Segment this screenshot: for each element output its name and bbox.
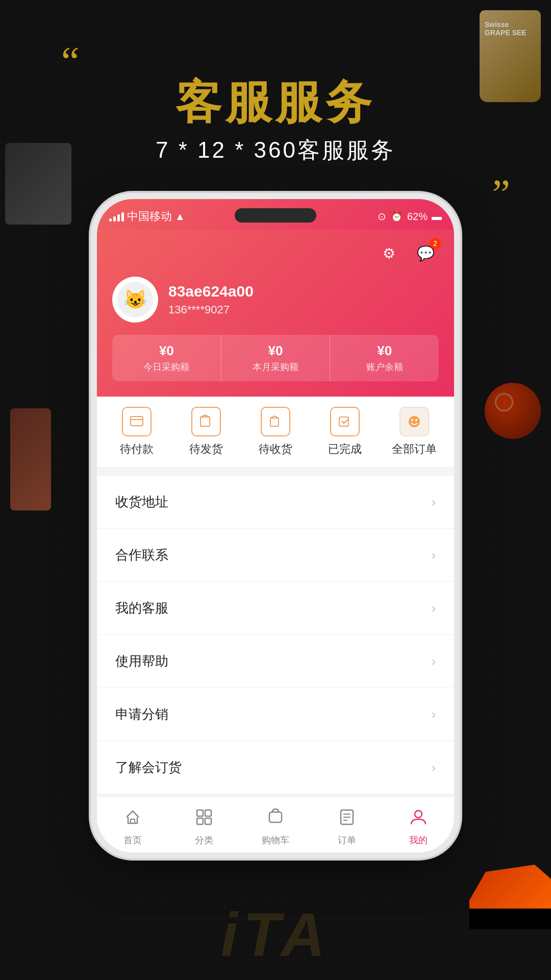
pending-ship-icon — [191, 407, 221, 436]
order-tabs: 待付款 待发货 待收货 — [97, 397, 454, 468]
battery-label: 62% — [407, 211, 428, 223]
stat-daily: ¥0 今日采购额 — [112, 335, 221, 381]
category-icon — [195, 808, 213, 831]
menu-item-understand[interactable]: 了解会订货 › — [97, 741, 454, 794]
stat-monthly: ¥0 本月采购额 — [221, 335, 331, 381]
settings-icon: ⚙ — [383, 245, 395, 262]
menu-item-customer-service[interactable]: 我的客服 › — [97, 582, 454, 635]
svg-rect-0 — [131, 416, 143, 426]
svg-rect-12 — [197, 818, 203, 824]
settings-button[interactable]: ⚙ — [375, 240, 402, 266]
header-top-icons: ⚙ 💬 2 — [112, 240, 439, 266]
alarm-icon: ⊙ — [378, 210, 386, 223]
product-shoe-right — [469, 857, 551, 929]
status-right: ⊙ ⏰ 62% ▬ — [378, 210, 442, 223]
phone-notch — [235, 208, 316, 223]
avatar[interactable]: 😺 — [112, 277, 158, 323]
svg-point-8 — [415, 419, 417, 421]
tab-all-orders-label: 全部订单 — [392, 442, 437, 457]
user-text: 83ae624a00 136****9027 — [168, 283, 254, 316]
nav-orders[interactable]: 订单 — [311, 803, 383, 846]
nav-cart-label: 购物车 — [262, 834, 289, 846]
menu-item-help[interactable]: 使用帮助 › — [97, 635, 454, 688]
tab-pending-ship[interactable]: 待发货 — [181, 407, 232, 457]
chat-button[interactable]: 💬 2 — [412, 240, 439, 266]
svg-point-7 — [411, 419, 413, 421]
svg-rect-5 — [339, 417, 348, 426]
nav-orders-label: 订单 — [338, 834, 356, 846]
svg-point-6 — [409, 416, 420, 427]
phone-number: 136****9027 — [168, 303, 254, 316]
menu-item-address[interactable]: 收货地址 › — [97, 476, 454, 529]
menu-item-customer-service-label: 我的客服 — [115, 599, 168, 617]
nav-category[interactable]: 分类 — [168, 803, 240, 846]
clock-icon: ⏰ — [390, 210, 403, 223]
background: “ ” 客服服务 7 * 12 * 360客服服务 中国移动 ▲ 下午 3:50… — [0, 0, 551, 980]
tab-pending-receive[interactable]: 待收货 — [250, 407, 301, 457]
nav-mine-label: 我的 — [409, 834, 428, 846]
quote-right-icon: ” — [492, 174, 510, 214]
product-bottle-left — [10, 408, 51, 510]
svg-rect-10 — [197, 810, 203, 816]
nav-home-label: 首页 — [123, 834, 142, 846]
chevron-right-icon-6: › — [432, 761, 436, 775]
product-ball-right — [485, 383, 541, 439]
tab-completed[interactable]: 已完成 — [319, 407, 370, 457]
avatar-image: 😺 — [117, 282, 153, 317]
svg-rect-2 — [201, 417, 210, 426]
menu-list: 收货地址 › 合作联系 › 我的客服 › 使用帮助 › 申请分销 › 了解会订货… — [97, 476, 454, 794]
nav-home[interactable]: 首页 — [97, 803, 168, 846]
completed-icon — [330, 407, 360, 436]
pending-payment-icon — [122, 407, 152, 436]
menu-item-help-label: 使用帮助 — [115, 652, 168, 670]
wifi-icon: ▲ — [175, 211, 185, 223]
nav-mine[interactable]: 我的 — [383, 803, 454, 846]
menu-item-cooperation-label: 合作联系 — [115, 546, 168, 564]
carrier-label: 中国移动 — [127, 209, 172, 224]
stat-monthly-value: ¥0 — [227, 343, 325, 359]
chevron-right-icon-4: › — [432, 654, 436, 669]
stat-balance: ¥0 账户余额 — [330, 335, 439, 381]
tab-completed-label: 已完成 — [328, 442, 362, 457]
signal-icon — [109, 211, 124, 222]
all-orders-icon — [399, 407, 429, 436]
menu-item-distribution-label: 申请分销 — [115, 705, 168, 723]
cart-icon — [266, 808, 285, 831]
header-area: ⚙ 💬 2 😺 83ae624a00 136****9027 — [97, 230, 454, 397]
nav-category-label: 分类 — [195, 834, 213, 846]
username: 83ae624a00 — [168, 283, 254, 300]
stat-monthly-label: 本月采购额 — [227, 361, 325, 373]
nav-cart[interactable]: 购物车 — [240, 803, 311, 846]
bottom-nav: 首页 分类 — [97, 796, 454, 852]
battery-icon: ▬ — [432, 211, 442, 223]
svg-rect-14 — [269, 812, 282, 822]
home-icon — [123, 808, 142, 831]
menu-item-distribution[interactable]: 申请分销 › — [97, 688, 454, 741]
menu-item-understand-label: 了解会订货 — [115, 758, 182, 776]
tab-all-orders[interactable]: 全部订单 — [389, 407, 440, 457]
stat-daily-label: 今日采购额 — [117, 361, 216, 373]
menu-item-address-label: 收货地址 — [115, 493, 168, 511]
hero-title: 客服服务 — [0, 71, 551, 134]
user-info: 😺 83ae624a00 136****9027 — [112, 277, 439, 323]
stat-balance-label: 账户余额 — [335, 361, 434, 373]
chevron-right-icon-2: › — [432, 548, 436, 562]
svg-rect-4 — [270, 418, 279, 426]
menu-item-cooperation[interactable]: 合作联系 › — [97, 529, 454, 582]
stats-row: ¥0 今日采购额 ¥0 本月采购额 ¥0 账户余额 — [112, 335, 439, 381]
svg-rect-13 — [205, 818, 211, 824]
chevron-right-icon-3: › — [432, 601, 436, 616]
stat-daily-value: ¥0 — [117, 343, 216, 359]
tab-pending-ship-label: 待发货 — [189, 442, 223, 457]
tab-pending-payment[interactable]: 待付款 — [111, 407, 162, 457]
phone-mockup: 中国移动 ▲ 下午 3:50 ⊙ ⏰ 62% ▬ ⚙ 💬 2 — [97, 199, 454, 852]
tab-pending-receive-label: 待收货 — [259, 442, 292, 457]
pending-receive-icon — [261, 407, 290, 436]
status-left: 中国移动 ▲ — [109, 209, 185, 224]
hero-subtitle: 7 * 12 * 360客服服务 — [0, 135, 551, 165]
mine-icon — [409, 808, 428, 831]
orders-icon — [338, 808, 356, 831]
stat-balance-value: ¥0 — [335, 343, 434, 359]
chevron-right-icon: › — [432, 495, 436, 509]
chevron-right-icon-5: › — [432, 707, 436, 722]
